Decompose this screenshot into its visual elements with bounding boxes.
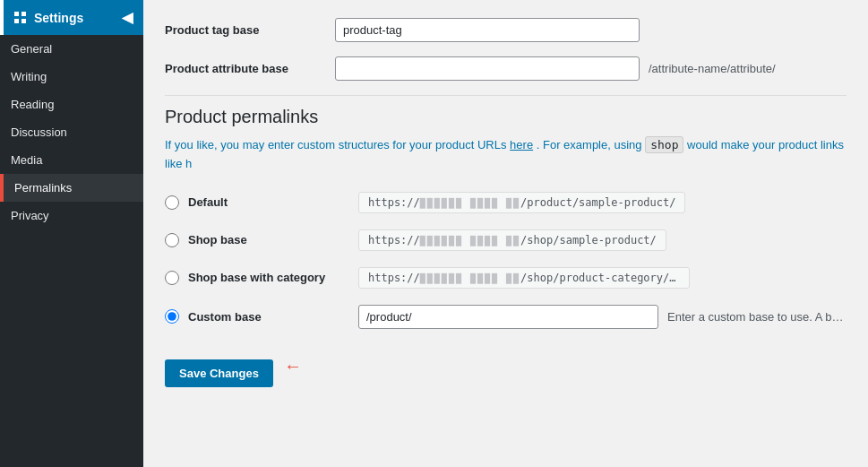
- custom-base-hint: Enter a custom base to use. A base m: [667, 310, 847, 324]
- info-code-tag: shop: [645, 136, 683, 153]
- product-tag-base-label: Product tag base: [165, 23, 326, 37]
- sidebar-link-privacy[interactable]: Privacy: [0, 202, 143, 229]
- option-shop-base: Shop base https://██████ ████ ██/shop/sa…: [165, 229, 847, 251]
- sidebar-link-discussion[interactable]: Discussion: [0, 118, 143, 146]
- info-text-here-link[interactable]: here: [510, 138, 533, 151]
- sidebar-item-reading[interactable]: Reading: [0, 91, 143, 118]
- product-tag-base-input[interactable]: [335, 18, 640, 42]
- sidebar-link-reading[interactable]: Reading: [0, 91, 143, 118]
- sidebar-link-general[interactable]: General: [0, 35, 143, 63]
- save-changes-button[interactable]: Save Changes: [165, 359, 273, 387]
- sidebar-item-media[interactable]: Media: [0, 146, 143, 174]
- sidebar-item-permalinks[interactable]: Permalinks: [0, 174, 143, 202]
- info-text-before: If you like, you may enter custom struct…: [165, 138, 506, 151]
- product-attribute-base-input[interactable]: [335, 56, 640, 81]
- sidebar-item-writing[interactable]: Writing: [0, 63, 143, 91]
- radio-shop-base-category[interactable]: [165, 271, 179, 285]
- option-custom-base: Custom base Enter a custom base to use. …: [165, 305, 847, 329]
- sidebar-link-writing[interactable]: Writing: [0, 63, 143, 91]
- custom-base-input[interactable]: [358, 305, 658, 329]
- option-shop-base-category: Shop base with category https://██████ █…: [165, 267, 847, 289]
- product-attribute-base-row: Product attribute base /attribute-name/a…: [165, 56, 847, 81]
- option-default: Default https://██████ ████ ██/product/s…: [165, 192, 847, 213]
- main-content: Product tag base Product attribute base …: [143, 0, 868, 467]
- radio-default[interactable]: [165, 195, 179, 210]
- sidebar-menu: General Writing Reading Discussion Media…: [0, 35, 143, 229]
- sidebar: Settings ◀ General Writing Reading Discu…: [0, 0, 143, 467]
- arrow-indicator: ←: [284, 356, 302, 376]
- option-shop-base-category-label[interactable]: Shop base with category: [188, 271, 349, 284]
- option-custom-base-label[interactable]: Custom base: [188, 310, 349, 324]
- radio-shop-base[interactable]: [165, 233, 179, 247]
- product-permalinks-heading: Product permalinks: [165, 107, 847, 127]
- sidebar-link-permalinks[interactable]: Permalinks: [0, 174, 143, 202]
- option-shop-base-category-url: https://██████ ████ ██/shop/product-cate…: [358, 267, 690, 289]
- sidebar-item-discussion[interactable]: Discussion: [0, 118, 143, 146]
- radio-custom-base[interactable]: [165, 309, 179, 324]
- info-text-middle: . For example, using: [537, 138, 642, 151]
- sidebar-header-label: Settings: [34, 11, 83, 25]
- grid-icon: [14, 12, 27, 24]
- url-blurred-shop-cat: ██████ ████ ██: [420, 273, 520, 283]
- save-row: Save Changes ←: [165, 345, 847, 387]
- product-attribute-suffix: /attribute-name/attribute/: [649, 62, 776, 75]
- product-attribute-base-label: Product attribute base: [165, 62, 326, 75]
- sidebar-collapse-icon[interactable]: ◀: [122, 9, 133, 26]
- info-text: If you like, you may enter custom struct…: [165, 136, 847, 174]
- url-blurred-default: ██████ ████ ██: [420, 198, 520, 208]
- option-shop-base-url: https://██████ ████ ██/shop/sample-produ…: [358, 229, 666, 251]
- url-blurred-shop: ██████ ████ ██: [420, 236, 520, 246]
- divider-1: [165, 95, 847, 96]
- product-tag-base-row: Product tag base: [165, 18, 847, 42]
- option-shop-base-label[interactable]: Shop base: [188, 233, 349, 246]
- sidebar-item-privacy[interactable]: Privacy: [0, 202, 143, 229]
- option-default-url: https://██████ ████ ██/product/sample-pr…: [358, 192, 685, 213]
- sidebar-header[interactable]: Settings ◀: [0, 0, 143, 35]
- sidebar-link-media[interactable]: Media: [0, 146, 143, 174]
- sidebar-item-general[interactable]: General: [0, 35, 143, 63]
- option-default-label[interactable]: Default: [188, 195, 349, 209]
